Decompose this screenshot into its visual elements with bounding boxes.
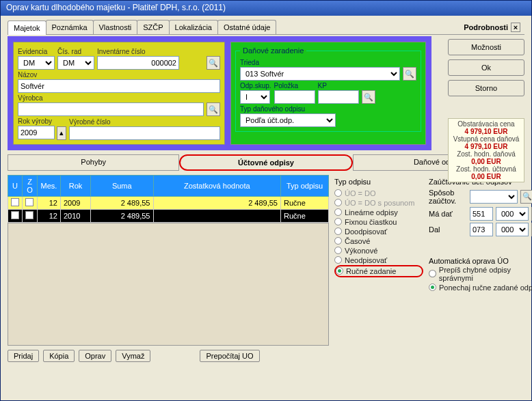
dal-input1[interactable] (470, 223, 493, 236)
kopia-button[interactable]: Kópia (43, 350, 75, 362)
radio-fixnou[interactable]: Fixnou čiastkou (334, 217, 423, 227)
radio-casove[interactable]: Časové (334, 236, 423, 246)
cisrad-label: Čís. rad (57, 48, 94, 55)
col-zo[interactable]: Z O (23, 175, 38, 196)
lookup-icon[interactable]: 🔍 (520, 190, 532, 204)
info-v1: 4 979,10 EUR (450, 128, 522, 135)
vyrobca-label: Výrobca (18, 94, 220, 102)
invc-input[interactable] (97, 56, 179, 70)
vyrobca-input[interactable] (18, 102, 204, 116)
grid-empty (8, 223, 329, 346)
table-row[interactable]: 12 2009 2 489,55 2 489,55 Ručne (8, 196, 329, 209)
col-typ[interactable]: Typ odpisu (281, 175, 329, 196)
madat-label: Má dať (429, 210, 467, 218)
lookup-icon[interactable]: 🔍 (362, 90, 375, 104)
checkbox[interactable] (11, 211, 19, 219)
vyrc-input[interactable] (69, 126, 220, 140)
cell: 2 489,55 (91, 196, 154, 209)
cell: 2009 (61, 196, 91, 209)
col-u[interactable]: U (8, 175, 23, 196)
radio-rucne[interactable]: Ručné zadanie (334, 265, 423, 277)
invc-label: Inventárne číslo (97, 48, 204, 55)
green-legend: Daňové zaradenie (240, 46, 306, 55)
madat-select[interactable]: 000 (496, 207, 529, 221)
cell: Ručne (281, 196, 329, 209)
madat-input1[interactable] (470, 207, 493, 221)
nazov-input[interactable] (18, 79, 220, 93)
cell: 2 489,55 (153, 196, 281, 209)
kp-label: KP (318, 82, 359, 89)
cell: 2 489,55 (91, 209, 154, 222)
radio-uodo: ÚO = DO (334, 189, 423, 198)
info-l4: Zost. hodn. účtovná (450, 165, 522, 173)
lookup-icon[interactable]: 🔍 (207, 56, 220, 70)
tab-szcp[interactable]: SZČP (137, 20, 169, 34)
odpskup-select[interactable]: I (240, 90, 270, 104)
tab-vlastnosti[interactable]: Vlastnosti (93, 20, 138, 34)
rokvyr-input[interactable] (18, 126, 55, 139)
polozka-input[interactable] (274, 90, 315, 104)
polozka-label: Položka (274, 82, 315, 89)
trieda-select[interactable]: 013 Softvér (240, 67, 400, 81)
spinner-icon[interactable]: ▴ (57, 126, 66, 140)
col-suma[interactable]: Suma (91, 175, 154, 196)
radio-neodpisovat[interactable]: Neodpisovať (334, 255, 423, 265)
col-zost[interactable]: Zostatková hodnota (153, 175, 281, 196)
window-title: Oprav kartu dlhodobého majetku - Platite… (1, 1, 531, 16)
info-l3: Zost. hodn. daňová (450, 150, 522, 158)
checkbox[interactable] (25, 211, 34, 219)
checkbox[interactable] (11, 198, 19, 206)
table-row[interactable]: 12 2010 2 489,55 Ručne (8, 209, 329, 222)
vyrc-label: Výrobné číslo (69, 118, 220, 126)
typodp-select[interactable]: Podľa účt.odp. (240, 113, 336, 127)
col-rok[interactable]: Rok (61, 175, 91, 196)
storno-button[interactable]: Storno (448, 80, 524, 96)
vymaz-button[interactable]: Vymaž (116, 350, 150, 362)
cell: 12 (38, 196, 61, 209)
prepocitaj-button[interactable]: Prepočítaj UO (200, 350, 259, 362)
radio-vykonove[interactable]: Výkonové (334, 246, 423, 255)
podrobnosti-label: Podrobnosti (464, 23, 508, 31)
lookup-icon[interactable]: 🔍 (207, 102, 220, 116)
radio-ponechaj[interactable]: Ponechaj ručne zadané odpisy (429, 283, 532, 292)
tab-lokalizacia[interactable]: Lokalizácia (169, 20, 218, 34)
info-v4: 0,00 EUR (450, 173, 522, 180)
window: Oprav kartu dlhodobého majetku - Platite… (0, 0, 532, 401)
radio-doodpisovat[interactable]: Doodpisovať (334, 227, 423, 236)
tab-majetok[interactable]: Majetok (8, 20, 46, 35)
cisrad-select[interactable]: DM (57, 56, 94, 70)
subtab-uctovne[interactable]: Účtovné odpisy (179, 154, 352, 171)
subtab-pohyby[interactable]: Pohyby (8, 154, 179, 171)
evidencia-label: Evidencia (18, 48, 55, 55)
info-box: Obstarávacia cena 4 979,10 EUR Vstupná c… (448, 118, 524, 182)
ok-button[interactable]: Ok (448, 59, 524, 76)
pridaj-button[interactable]: Pridaj (8, 350, 39, 362)
nazov-label: Názov (18, 71, 220, 79)
close-icon[interactable]: × (511, 23, 520, 32)
lookup-icon[interactable]: 🔍 (403, 67, 416, 81)
main-tabs: Majetok Poznámka Vlastnosti SZČP Lokaliz… (8, 20, 524, 35)
evidencia-select[interactable]: DM (18, 56, 55, 70)
checkbox[interactable] (25, 198, 34, 206)
rokvyr-label: Rok výroby (18, 117, 66, 125)
info-v3: 0,00 EUR (450, 158, 522, 165)
trieda-label: Trieda (240, 59, 416, 66)
cell: 12 (38, 209, 61, 222)
sposob-label: Spôsob zaúčtov. (429, 189, 467, 205)
panel-green: Daňové zaradenie Trieda 013 Softvér 🔍 Od… (230, 42, 426, 145)
moznosti-button[interactable]: Možnosti (448, 39, 524, 55)
radio-linearne[interactable]: Lineárne odpisy (334, 208, 423, 217)
info-v2: 4 979,10 EUR (450, 143, 522, 150)
typodpisu-legend: Typ odpisu (334, 178, 423, 186)
tab-poznamka[interactable]: Poznámka (46, 20, 94, 34)
col-mes[interactable]: Mes. (38, 175, 61, 196)
kp-input[interactable] (318, 90, 359, 104)
info-l2: Vstupná cena daňová (450, 135, 522, 143)
oprav-button[interactable]: Oprav (79, 350, 111, 362)
cell: Ručne (281, 209, 329, 222)
dal-select[interactable]: 000 (496, 223, 529, 236)
tab-ostatne[interactable]: Ostatné údaje (217, 20, 277, 34)
sposob-select[interactable] (470, 190, 518, 204)
radio-prepis[interactable]: Prepíš chybné odpisy správnymi (429, 265, 532, 283)
grid: U Z O Mes. Rok Suma Zostatková hodnota T… (8, 175, 329, 362)
